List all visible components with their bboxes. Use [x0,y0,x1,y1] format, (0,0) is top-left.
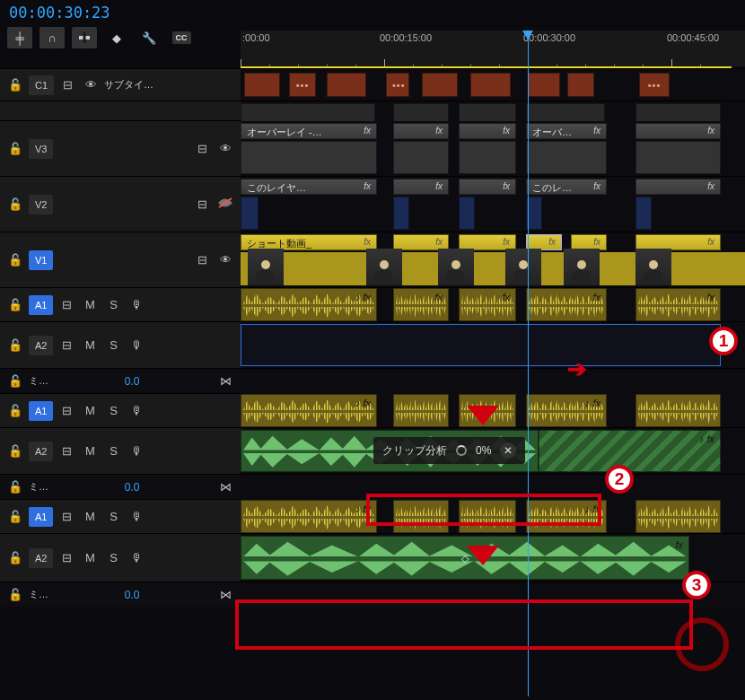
video-clip[interactable]: fx [393,179,449,195]
mic-icon[interactable]: 🎙 [127,404,146,417]
lock-icon[interactable]: 🔓 [5,298,25,311]
mic-icon[interactable]: 🎙 [127,338,146,352]
solo-toggle[interactable]: S [103,510,123,523]
subtitle-clip[interactable]: ••• [289,73,316,97]
track-content-c1[interactable]: ••• ••• ••• [241,69,745,101]
track-header-mix-c[interactable]: 🔓 ミ… 0.0 ⋈ [0,582,241,607]
video-clip[interactable]: fx [635,123,721,139]
sync-lock-icon[interactable]: ⊟ [57,298,76,311]
audio-clip[interactable] [635,500,721,533]
mic-icon[interactable]: 🎙 [127,298,146,311]
subtitle-clip[interactable] [567,73,594,97]
mix-value[interactable]: 0.0 [125,481,140,494]
mute-toggle[interactable]: M [80,298,100,311]
track-label-v1[interactable]: V1 [29,250,53,270]
lock-icon[interactable]: 🔓 [5,253,25,267]
video-clip[interactable]: オーバーレイ -…fx [241,123,377,139]
audio-clip[interactable]: ♪ fx [241,288,377,321]
mute-toggle[interactable]: M [80,551,100,564]
sync-lock-icon[interactable]: ⊟ [57,444,76,458]
sync-lock-icon[interactable]: ⊟ [57,551,76,564]
track-label-a2[interactable]: A2 [29,548,53,568]
mute-toggle[interactable]: M [80,444,100,458]
sync-lock-icon[interactable]: ⊟ [57,338,76,352]
solo-toggle[interactable]: S [103,551,123,564]
track-label-a1[interactable]: A1 [29,401,53,421]
subtitle-clip[interactable] [244,73,280,97]
solo-toggle[interactable]: S [103,444,123,458]
music-clip-remixed[interactable]: fx ◇ [241,536,689,580]
track-header-v2[interactable]: 🔓 V2 ⊟ [0,177,241,232]
time-ruler[interactable]: :00:00 00:00:15:00 00:00:30:00 00:00:45:… [241,31,745,66]
magnet-tool-button[interactable]: ∩ [39,27,65,48]
subtitle-clip[interactable]: ••• [386,73,409,97]
audio-clip[interactable]: fx [635,288,721,321]
video-clip[interactable]: このレイヤ…fx [241,179,377,195]
settings-tool-button[interactable]: 🔧 [136,27,162,48]
audio-clip[interactable]: fx [459,288,516,321]
track-content-v3[interactable]: オーバーレイ -…fx fx fx オーバ…fx fx [241,121,745,176]
subtitle-clip[interactable]: ••• [639,73,670,97]
lock-icon[interactable]: 🔓 [5,480,25,494]
track-label-a1[interactable]: A1 [29,507,53,527]
lock-icon[interactable]: 🔓 [5,510,25,523]
subtitle-clip[interactable] [422,73,458,97]
subtitle-clip[interactable] [528,73,560,97]
track-label-v2[interactable]: V2 [29,195,53,214]
eye-icon[interactable]: 👁 [215,253,235,267]
audio-clip[interactable]: ♪ fx [241,394,377,427]
track-header-a2-b[interactable]: 🔓 A2 ⊟ M S 🎙 [0,428,241,474]
stereo-icon[interactable]: ⋈ [215,374,235,388]
subtitle-clip[interactable] [327,73,366,97]
track-content-a1[interactable]: ♪ fx fx fx fx fx [241,288,745,321]
lock-icon[interactable]: 🔓 [5,142,25,155]
mute-toggle[interactable]: M [80,338,100,352]
close-icon[interactable]: ✕ [500,442,516,459]
track-header-a2[interactable]: 🔓 A2 ⊟ M S 🎙 [0,322,241,368]
track-header-a1-b[interactable]: 🔓 A1 ⊟ M S 🎙 [0,394,241,427]
mic-icon[interactable]: 🎙 [127,551,146,564]
selected-region[interactable] [241,324,721,366]
sync-lock-icon[interactable]: ⊟ [192,142,212,155]
solo-toggle[interactable]: S [103,298,123,311]
lock-icon[interactable]: 🔓 [5,551,25,564]
video-clip[interactable]: このレ…fx [526,179,607,195]
mic-icon[interactable]: 🎙 [127,510,146,523]
mix-value[interactable]: 0.0 [125,375,140,388]
track-label-a2[interactable]: A2 [29,336,53,355]
track-label-a2[interactable]: A2 [29,442,53,461]
lock-icon[interactable]: 🔓 [5,444,25,458]
sync-lock-icon[interactable]: ⊟ [192,253,212,267]
marker-tool-button[interactable]: ◆ [104,27,129,48]
track-header-a2-c[interactable]: 🔓 A2 ⊟ M S 🎙 [0,534,241,582]
track-content-a2-2[interactable]: ♪ fx クリップ分析 0% ✕ [241,428,745,474]
playhead-timecode[interactable]: 00:00:30:23 [0,0,745,25]
track-content-v1[interactable]: ショート動画_fx fx fx fx fx fx [241,232,745,287]
track-content-v2[interactable]: このレイヤ…fx fx fx このレ…fx fx [241,177,745,232]
audio-clip[interactable]: fx [393,288,449,321]
track-label-v3[interactable]: V3 [29,139,53,159]
mix-value[interactable]: 0.0 [125,589,140,601]
music-clip-processing[interactable]: ♪ fx [539,430,721,472]
track-content-a2-1[interactable]: ♪ fx [241,322,745,368]
audio-clip[interactable]: ♪ fx [526,394,607,427]
track-header-mix-b[interactable]: 🔓 ミ… 0.0 ⋈ [0,475,241,499]
lock-icon[interactable]: 🔓 [5,588,25,601]
stereo-icon[interactable]: ⋈ [215,588,235,601]
sync-lock-icon[interactable]: ⊟ [57,404,76,417]
subtitle-clip[interactable] [470,73,511,97]
sync-lock-icon[interactable]: ⊟ [57,78,77,92]
track-header-c1[interactable]: 🔓 C1 ⊟ 👁 サブタイ… [0,69,241,101]
sync-lock-icon[interactable]: ⊟ [192,197,212,211]
solo-toggle[interactable]: S [103,404,123,417]
lock-icon[interactable]: 🔓 [5,338,25,352]
solo-toggle[interactable]: S [103,338,123,352]
stereo-icon[interactable]: ⋈ [215,480,235,494]
captions-tool-button[interactable]: CC [169,27,194,48]
audio-clip[interactable] [393,394,449,427]
eye-icon[interactable]: 👁 [215,142,235,155]
track-header-a1-c[interactable]: 🔓 A1 ⊟ M S 🎙 [0,500,241,533]
track-label-a1[interactable]: A1 [29,295,53,315]
video-clip[interactable]: オーバ…fx [526,123,607,139]
snap-tool-button[interactable]: ╪ [7,27,32,48]
